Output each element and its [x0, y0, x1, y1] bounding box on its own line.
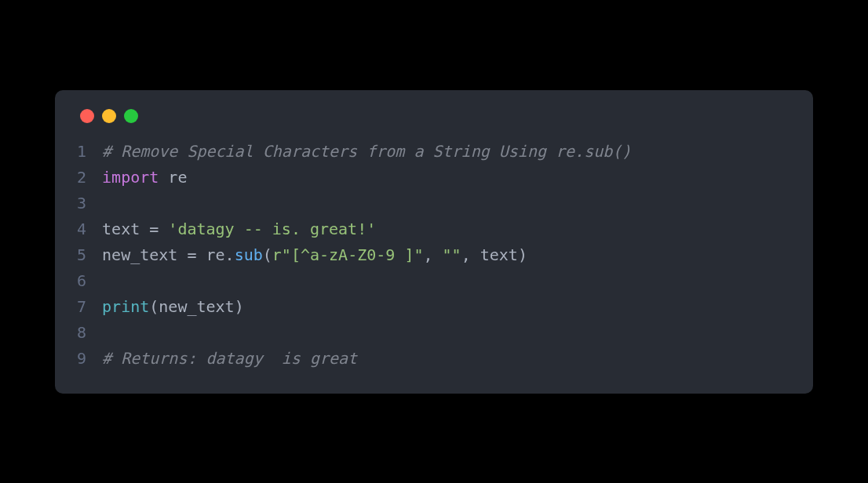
- code-area: 1 2 3 4 5 6 7 8 9 # Remove Special Chara…: [77, 139, 791, 372]
- line-number: 1: [77, 142, 86, 161]
- code-builtin: print: [102, 297, 149, 316]
- code-module: re: [159, 168, 187, 187]
- line-number: 7: [77, 297, 86, 316]
- close-icon[interactable]: [80, 109, 94, 123]
- line-number: 3: [77, 194, 86, 212]
- code-dot: .: [225, 245, 235, 264]
- code-paren-close: ): [235, 297, 244, 316]
- maximize-icon[interactable]: [124, 109, 138, 123]
- code-paren-close: ): [518, 245, 527, 264]
- code-comment: # Returns: datagy is great: [102, 349, 357, 368]
- code-comment: # Remove Special Characters from a Strin…: [102, 142, 631, 161]
- line-number: 8: [77, 323, 86, 342]
- traffic-lights: [80, 109, 791, 123]
- code-function: sub: [235, 245, 263, 264]
- code-string: r"[^a-zA-Z0-9 ]": [272, 245, 424, 264]
- code-paren-open: (: [149, 297, 159, 316]
- code-window: 1 2 3 4 5 6 7 8 9 # Remove Special Chara…: [55, 90, 813, 394]
- code-object: re: [206, 245, 225, 264]
- code-operator: =: [140, 220, 168, 238]
- line-number: 4: [77, 220, 86, 238]
- code-keyword: import: [102, 168, 159, 187]
- line-number: 2: [77, 168, 86, 187]
- code-variable: new_text: [159, 297, 234, 316]
- line-number: 6: [77, 271, 86, 290]
- code-variable: new_text: [102, 245, 177, 264]
- code-comma: ,: [423, 245, 442, 264]
- code-variable: text: [102, 220, 140, 238]
- code-comma: ,: [461, 245, 480, 264]
- code-string: 'datagy -- is. great!': [168, 220, 376, 238]
- line-number: 9: [77, 349, 86, 368]
- code-content[interactable]: # Remove Special Characters from a Strin…: [102, 139, 631, 372]
- line-number-gutter: 1 2 3 4 5 6 7 8 9: [77, 139, 102, 372]
- line-number: 5: [77, 245, 86, 264]
- code-string: "": [443, 245, 461, 264]
- code-operator: =: [177, 245, 206, 264]
- code-variable: text: [480, 245, 518, 264]
- minimize-icon[interactable]: [102, 109, 116, 123]
- code-paren-open: (: [263, 245, 272, 264]
